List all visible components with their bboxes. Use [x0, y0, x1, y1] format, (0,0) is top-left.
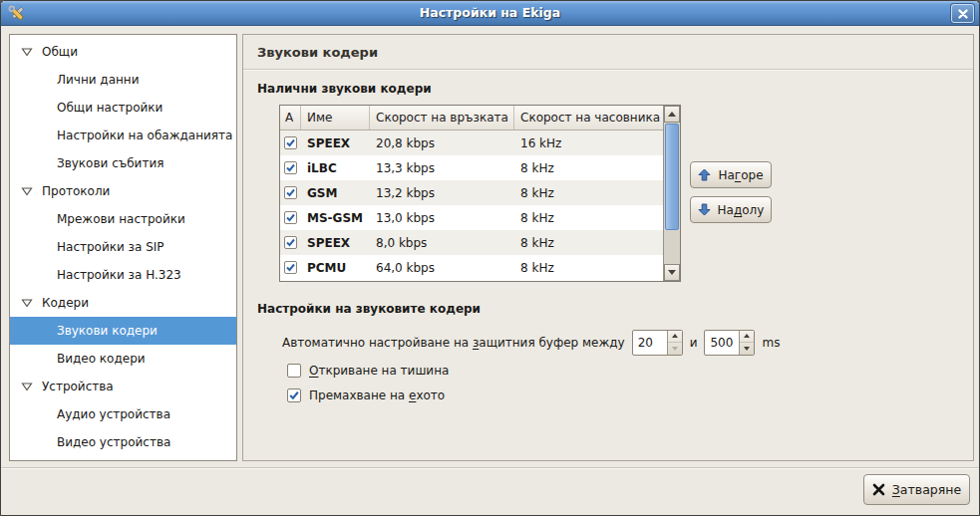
spin-down-button[interactable]: [668, 342, 682, 355]
column-header-bitrate[interactable]: Скорост на връзката: [370, 106, 514, 129]
sidebar-item-obshti-nastroyki[interactable]: Общи настройки: [10, 94, 236, 122]
codec-enabled-checkbox[interactable]: [284, 161, 297, 174]
spin-arrows: [739, 331, 754, 355]
close-button[interactable]: Затваряне: [863, 474, 970, 505]
sidebar-item-video-ustroystva[interactable]: Видео устройства: [10, 428, 236, 456]
codec-name: SPEEX: [301, 136, 370, 150]
sidebar-group-label: Устройства: [42, 380, 114, 393]
codec-bitrate: 20,8 kbps: [370, 136, 514, 150]
checkmark-icon: [285, 262, 296, 273]
jitter-min-value[interactable]: 20: [633, 331, 667, 355]
sidebar-group-label: Общи: [42, 45, 78, 59]
codec-name: iLBC: [301, 161, 370, 175]
settings-tree: Общи Лични данни Общи настройки Настройк…: [9, 34, 237, 461]
expander-icon[interactable]: [21, 186, 33, 196]
codec-clock: 8 kHz: [514, 261, 663, 275]
codec-enabled-checkbox[interactable]: [284, 211, 297, 224]
move-down-button[interactable]: Надолу: [690, 196, 772, 223]
close-button-label: Затваряне: [892, 482, 961, 497]
table-vertical-scrollbar[interactable]: [663, 106, 680, 281]
codec-name: PCMU: [301, 261, 370, 275]
scrollbar-thumb[interactable]: [665, 124, 679, 230]
titlebar[interactable]: Настройки на Ekiga: [1, 1, 979, 26]
column-header-active[interactable]: А: [280, 106, 301, 129]
table-row[interactable]: iLBC 13,3 kbps 8 kHz: [280, 155, 663, 180]
preferences-dialog: Настройки на Ekiga Общи Лични данни Общи…: [0, 0, 980, 516]
jitter-conjunction-label: и: [690, 336, 698, 350]
echo-cancellation-checkbox[interactable]: [287, 388, 301, 402]
sidebar-item-nastroyki-za-sip[interactable]: Настройки за SIP: [10, 233, 236, 261]
sidebar-item-label: Лични данни: [57, 73, 140, 87]
sidebar-item-label: Аудио устройства: [57, 407, 170, 421]
sidebar-group-obshti[interactable]: Общи: [10, 38, 236, 66]
spin-down-icon: [744, 347, 750, 351]
codec-bitrate: 13,0 kbps: [370, 211, 514, 225]
move-down-label: Надолу: [718, 203, 765, 217]
expander-icon[interactable]: [21, 382, 33, 391]
spin-down-button[interactable]: [740, 342, 754, 355]
spin-down-icon: [672, 347, 678, 351]
close-x-icon: [872, 483, 885, 496]
echo-cancellation-label: Премахване на ехото: [309, 388, 445, 402]
sidebar-item-label: Настройки за SIP: [57, 240, 164, 254]
spin-up-button[interactable]: [668, 331, 682, 343]
checkmark-icon: [285, 212, 296, 223]
sidebar-item-mrezhovi-nastroyki[interactable]: Мрежови настройки: [10, 205, 236, 233]
sidebar-item-video-koderi[interactable]: Видео кодери: [10, 345, 236, 373]
sidebar-group-ustroystva[interactable]: Устройства: [10, 373, 236, 400]
codec-enabled-checkbox[interactable]: [284, 236, 297, 249]
scroll-up-button[interactable]: [664, 106, 680, 123]
checkmark-icon: [285, 137, 296, 148]
codec-clock: 8 kHz: [514, 186, 663, 200]
silence-detection-row[interactable]: Откриване на тишина: [287, 364, 449, 378]
move-up-button[interactable]: Нагоре: [690, 161, 772, 188]
codec-enabled-checkbox[interactable]: [284, 261, 297, 274]
codec-bitrate: 13,3 kbps: [370, 161, 514, 175]
sidebar-item-audio-ustroystva[interactable]: Аудио устройства: [10, 400, 236, 428]
table-row[interactable]: PCMU 64,0 kbps 8 kHz: [280, 255, 663, 280]
sidebar-item-zvukovi-koderi[interactable]: Звукови кодери: [10, 317, 236, 345]
spin-up-button[interactable]: [740, 331, 754, 343]
codec-enabled-checkbox[interactable]: [284, 136, 297, 149]
window-close-button[interactable]: [951, 4, 974, 23]
sidebar-group-koderi[interactable]: Кодери: [10, 289, 236, 317]
table-row[interactable]: MS-GSM 13,0 kbps 8 kHz: [280, 205, 663, 230]
codec-bitrate: 64,0 kbps: [370, 261, 514, 275]
jitter-min-spinbutton[interactable]: 20: [632, 330, 683, 356]
codec-clock: 16 kHz: [514, 136, 663, 150]
column-header-name[interactable]: Име: [301, 106, 370, 129]
move-up-label: Нагоре: [718, 168, 763, 182]
sidebar-item-lichni-danni[interactable]: Лични данни: [10, 66, 236, 94]
checkmark-icon: [285, 237, 296, 248]
table-row[interactable]: SPEEX 20,8 kbps 16 kHz: [280, 130, 663, 155]
jitter-buffer-row: Автоматично настройване на защитния буфе…: [282, 329, 780, 356]
spin-up-icon: [744, 334, 750, 338]
codec-bitrate: 13,2 kbps: [370, 186, 514, 200]
column-header-clock[interactable]: Скорост на часовника: [514, 106, 663, 129]
scroll-down-button[interactable]: [664, 264, 680, 281]
expander-icon[interactable]: [21, 47, 33, 57]
jitter-max-value[interactable]: 500: [705, 331, 739, 355]
silence-detection-checkbox[interactable]: [287, 364, 301, 378]
sidebar-item-zvukovi-sabitiya[interactable]: Звукови събития: [10, 149, 236, 177]
sidebar-item-nastroyki-za-h323[interactable]: Настройки за H.323: [10, 261, 236, 289]
codec-bitrate: 8,0 kbps: [370, 236, 514, 250]
expander-icon[interactable]: [21, 298, 33, 308]
table-row[interactable]: SPEEX 8,0 kbps 8 kHz: [280, 230, 663, 255]
sidebar-item-label: Настройки за H.323: [57, 268, 181, 282]
up-arrow-icon: [698, 168, 711, 181]
arrow-up-icon: [668, 112, 676, 117]
codec-name: GSM: [301, 186, 370, 200]
echo-cancellation-row[interactable]: Премахване на ехото: [287, 388, 445, 402]
jitter-max-spinbutton[interactable]: 500: [704, 330, 755, 356]
sidebar-group-protokoli[interactable]: Протоколи: [10, 177, 236, 205]
codec-table-header: А Име Скорост на връзката Скорост на час…: [280, 106, 663, 130]
codec-enabled-checkbox[interactable]: [284, 186, 297, 199]
codec-table: А Име Скорост на връзката Скорост на час…: [279, 105, 681, 282]
checkmark-icon: [285, 162, 296, 173]
table-row[interactable]: GSM 13,2 kbps 8 kHz: [280, 180, 663, 205]
sidebar-item-label: Общи настройки: [57, 101, 163, 115]
codec-name: MS-GSM: [301, 211, 370, 225]
sidebar-item-label: Мрежови настройки: [57, 212, 185, 226]
sidebar-item-nastroyki-na-obazhdaniyata[interactable]: Настройки на обажданията: [10, 122, 236, 149]
